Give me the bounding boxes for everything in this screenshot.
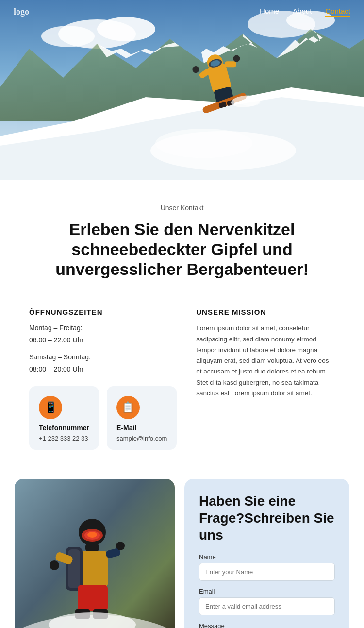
message-label: Message — [199, 622, 335, 628]
message-group: Message — [199, 622, 335, 628]
email-value: sample@info.com — [116, 435, 167, 442]
contact-header: Unser Kontakt Erleben Sie den Nervenkitz… — [0, 180, 364, 293]
svg-point-34 — [87, 532, 97, 538]
svg-rect-38 — [68, 549, 80, 588]
contact-form-box: Haben Sie eine Frage?Schreiben Sie uns N… — [184, 479, 349, 628]
phone-icon: 📱 — [39, 396, 62, 419]
weekday-time: 06:00 – 22:00 Uhr — [29, 335, 177, 345]
name-input[interactable] — [199, 563, 335, 581]
email-input[interactable] — [199, 597, 335, 615]
form-question: Haben Sie eine Frage?Schreiben Sie uns — [199, 492, 335, 543]
nav-about[interactable]: About — [293, 7, 312, 17]
nav-links: Home About Contact — [260, 7, 350, 17]
email-group: Email — [199, 588, 335, 615]
weekday-label: Montag – Freitag: — [29, 323, 177, 333]
section-title: Erleben Sie den Nervenkitzel schneebedec… — [29, 220, 335, 279]
svg-rect-43 — [78, 585, 108, 611]
svg-rect-19 — [225, 61, 236, 67]
email-field-label: Email — [199, 588, 335, 595]
svg-point-13 — [155, 129, 252, 158]
email-icon: 📋 — [116, 396, 140, 419]
phone-value: +1 232 333 22 33 — [39, 435, 89, 442]
info-columns: ÖFFNUNGSZEITEN Montag – Freitag: 06:00 –… — [0, 293, 364, 464]
section-label: Unser Kontakt — [29, 204, 335, 212]
bottom-section: Haben Sie eine Frage?Schreiben Sie uns N… — [0, 474, 364, 628]
logo[interactable]: logo — [14, 7, 29, 17]
mission-text: Lorem ipsum dolor sit amet, consetetur s… — [196, 323, 335, 399]
snowboarder-photo — [15, 479, 175, 628]
hours-column: ÖFFNUNGSZEITEN Montag – Freitag: 06:00 –… — [29, 308, 177, 450]
svg-point-41 — [50, 560, 59, 570]
email-card: 📋 E-Mail sample@info.com — [107, 386, 177, 450]
svg-rect-35 — [85, 544, 99, 551]
svg-point-42 — [116, 542, 125, 550]
hero-section: logo Home About Contact — [0, 0, 364, 180]
contact-cards: 📱 Telefonnummer +1 232 333 22 33 📋 E-Mai… — [29, 386, 177, 450]
weekend-label: Samstag – Sonntag: — [29, 352, 177, 362]
phone-label: Telefonnummer — [39, 424, 89, 432]
mission-column: UNSERE MISSION Lorem ipsum dolor sit ame… — [196, 308, 335, 399]
navigation: logo Home About Contact — [0, 0, 364, 24]
name-label: Name — [199, 553, 335, 560]
svg-point-3 — [41, 26, 95, 47]
name-group: Name — [199, 553, 335, 581]
mission-title: UNSERE MISSION — [196, 308, 335, 316]
nav-home[interactable]: Home — [260, 7, 279, 17]
phone-card: 📱 Telefonnummer +1 232 333 22 33 — [29, 386, 99, 450]
email-label: E-Mail — [116, 424, 167, 432]
svg-point-27 — [241, 98, 261, 106]
nav-contact[interactable]: Contact — [325, 7, 350, 17]
weekend-time: 08:00 – 20:00 Uhr — [29, 364, 177, 374]
hours-title: ÖFFNUNGSZEITEN — [29, 308, 177, 316]
